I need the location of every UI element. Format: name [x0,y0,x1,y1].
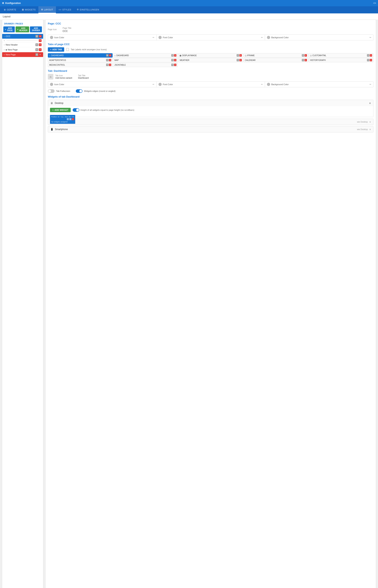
copy-icon-page2[interactable]: ⧉ [35,53,38,56]
top-bar: ⚙ Konfiguration <> [0,0,378,6]
tab-delete-11[interactable]: ✕ [109,64,111,66]
settings-icon: ⚙ [77,8,79,11]
copy-icon-header[interactable]: ⧉ [35,43,38,46]
tab-chip-mediacontrol[interactable]: MEDIACONTROL ⧉ ✕ [48,63,113,67]
tab-delete-2[interactable]: ✕ [174,54,176,57]
tab-copy-1[interactable]: ⧉ [106,54,108,57]
font-color-edit[interactable]: ✏ [261,36,263,39]
tab-layout[interactable]: ⊞ LAYOUT [38,6,56,14]
wb-delete-r11[interactable]: ✕ [72,118,74,120]
smartphone-expand-icon: ∨ [369,128,371,131]
tab-chip-displayimage[interactable]: ▦ DISPLAYIMAGE ⧉ ✕ [178,53,243,57]
bg-color-cell: Background Color ✏ [265,35,373,40]
gear-icon: ⚙ [2,2,4,4]
widgets-edges-toggle[interactable] [76,89,82,93]
tab-icon-field-value: mdi-home-variant [55,77,72,79]
tab-copy-12[interactable]: ⧉ [171,64,174,66]
tab-copy-2[interactable]: ⧉ [171,54,174,57]
tab-chip-dashboard-1[interactable]: ⌂ DASHBOARD ⧉ ✕ [48,53,113,57]
tab-copy-6[interactable]: ⧉ [106,59,108,61]
tab-einstellungen[interactable]: ⚙ EINSTELLUNGEN [74,6,102,14]
tab-delete-9[interactable]: ✕ [305,59,307,61]
sidebar-item-new-header[interactable]: ≡ New Header ⧉ ✕ [2,42,43,47]
device-tablet-row[interactable]: 📱 Tablet wie Desktop wie Desktop ∨ [48,119,374,125]
tab-copy-10[interactable]: ⧉ [367,59,369,61]
bg-color-edit[interactable]: ✏ [370,36,371,39]
content-area: Page: CCC Page Icon Page Title CCC Icon … [45,19,376,588]
sidebar-title: Drawer / Pages [2,22,43,26]
sidebar-item-new-page-1[interactable]: ≡ ■ New Page ⧉ ✕ [2,47,43,52]
tab-copy-3[interactable]: ⧉ [237,54,239,57]
tab-chip-iframe[interactable]: ◻ IFRAME ⧉ ✕ [243,53,308,57]
delete-icon[interactable]: ✕ [39,35,41,38]
add-header-button[interactable]: + ADD HEADER [15,26,29,32]
equal-height-toggle[interactable] [73,108,79,112]
tab-copy-8[interactable]: ⧉ [237,59,239,61]
device-smartphone-row[interactable]: 📱 Smartphone wie Desktop ∨ [48,126,374,132]
tab-widgets[interactable]: ▦ WIDGETS [19,6,38,14]
delete-icon-page1[interactable]: ✕ [39,48,41,51]
tab-delete-4[interactable]: ✕ [305,54,307,57]
tab-chip-jsontable[interactable]: JSONTABLE ⧉ ✕ [113,63,178,67]
tab-delete-3[interactable]: ✕ [239,54,242,57]
tab-fullscreen-toggle[interactable] [48,89,54,93]
add-divider-button[interactable]: ADD DIVIDER [30,26,42,32]
tab-delete-8[interactable]: ✕ [239,59,242,61]
bg-color-label: Background Color [271,36,289,39]
sidebar: Drawer / Pages + ADD PAGE + ADD HEADER A… [2,19,43,588]
device-desktop-header[interactable]: 🖥 Desktop ∧ [48,100,373,106]
add-page-button[interactable]: + ADD PAGE [3,26,15,32]
tab-chip-weather[interactable]: WEATHER ⧉ ✕ [178,58,243,62]
tab-fullscreen-label: Tab Fullscreen [56,90,70,92]
tab-chip-label-10: HISTORYGRAPH [310,59,366,61]
icon-color-label: Icon Color [54,36,64,39]
icon-color-dot [50,36,53,39]
tab-labels-checkbox[interactable] [66,48,69,51]
tab-chip-label-1: DASHBOARD [51,54,105,57]
add-tab-button[interactable]: + ADD TAB [48,47,64,52]
tab-delete-10[interactable]: ✕ [370,59,372,61]
tab-delete-5[interactable]: ✕ [370,54,372,57]
tab-delete-1[interactable]: ✕ [109,54,111,57]
icon-color-cell: Icon Color ✏ [48,35,157,40]
tab-delete-6[interactable]: ✕ [109,59,111,61]
sidebar-item-ccc[interactable]: ≡ CCC ⧉ ✕ [2,34,43,39]
tab-chip-calendar[interactable]: CALENDAR ⧉ ✕ [243,58,308,62]
tab-chip-actions-10: ⧉ ✕ [367,59,372,61]
bg-color-inner: Background Color [267,36,289,39]
sidebar-item-page1-label: New Page [8,48,35,51]
tab-copy-11[interactable]: ⧉ [106,64,108,66]
tab-chip-customhtml[interactable]: ◻ CUSTOMHTML ⧉ ✕ [309,53,374,57]
copy-icon[interactable]: ⧉ [35,35,38,38]
tab-icon-color-edit[interactable]: ✏ [153,83,154,86]
page-icon-label: Page Icon [48,29,57,30]
tab-copy-7[interactable]: ⧉ [171,59,174,61]
tab-chip-map[interactable]: MAP ⧉ ✕ [113,58,178,62]
delete-icon-header[interactable]: ✕ [39,43,41,46]
tab-delete-12[interactable]: ✕ [174,64,176,66]
tab-copy-9[interactable]: ⧉ [302,59,304,61]
tab-chip-dashboard-2[interactable]: ⌂ DASHBOARD ⧉ ✕ [113,53,178,57]
tabs-grid: ⌂ DASHBOARD ⧉ ✕ ⌂ DASHBOARD ⧉ ✕ ▦ DISPLA… [48,53,374,67]
add-widget-button[interactable]: + ADD WIDGET [50,108,71,112]
tab-styles[interactable]: <> STYLES [56,6,74,14]
tab-bg-color-edit[interactable]: ✏ [370,83,371,86]
copy-icon-page1[interactable]: ⧉ [35,48,38,51]
page-icon-title-row: Page Icon Page Title CCC [48,27,374,32]
tab-copy-5[interactable]: ⧉ [367,54,369,57]
icon-color-edit[interactable]: ✏ [153,36,154,39]
tab-chip-label-6: ADAPTERSTATUS [49,59,105,61]
tab-geraete[interactable]: 🖥 GERÄTE [1,6,19,14]
tab-delete-7[interactable]: ✕ [174,59,176,61]
tab-chip-historygraph[interactable]: HISTORYGRAPH ⧉ ✕ [309,58,374,62]
delete-icon-page2[interactable]: ✕ [39,53,41,56]
wb-copy-r11[interactable]: ⧉ [69,118,71,120]
tab-copy-4[interactable]: ⧉ [302,54,304,57]
tab-chip-adapterstatus[interactable]: ADAPTERSTATUS ⧉ ✕ [48,58,113,62]
tab-bg-color-cell: Background Color ✏ [265,82,373,87]
wb-edit-r11[interactable]: ✏ [67,118,69,120]
sidebar-item-actions: ⧉ ✕ [35,35,41,38]
sidebar-item-new-page-2[interactable]: ≡ New Page ⧉ ✕ [2,52,43,57]
delete-icon-divider[interactable]: ✕ [39,39,41,42]
tab-font-color-edit[interactable]: ✏ [261,83,263,86]
